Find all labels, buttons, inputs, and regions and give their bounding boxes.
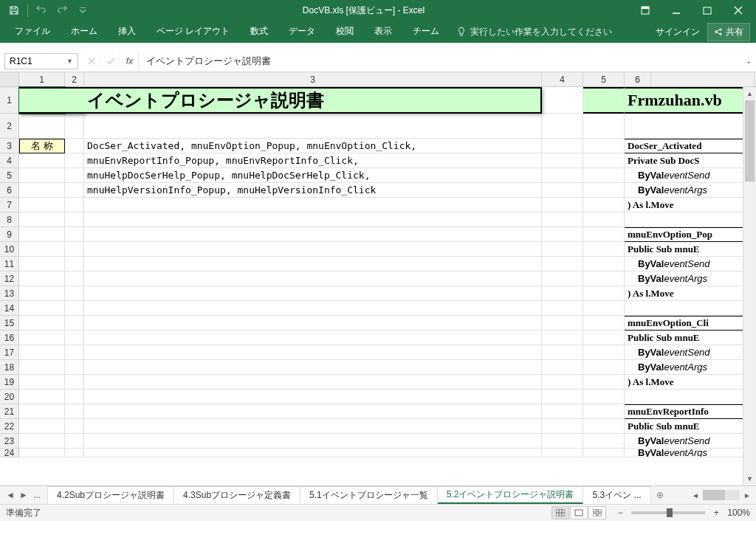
- cell[interactable]: [583, 87, 625, 114]
- row-header[interactable]: 2: [0, 114, 19, 139]
- cell-code[interactable]: ByVal eventSend: [625, 168, 755, 183]
- cell[interactable]: [19, 114, 65, 139]
- cell[interactable]: [19, 242, 65, 257]
- cell-code[interactable]: Public Sub mnuE: [625, 419, 755, 434]
- cell[interactable]: [19, 301, 65, 316]
- tab-team[interactable]: チーム: [404, 21, 448, 44]
- cell[interactable]: [19, 360, 65, 375]
- cell[interactable]: [542, 331, 583, 345]
- cell[interactable]: [542, 153, 583, 168]
- cell-code[interactable]: ByVal eventArgs: [625, 272, 755, 286]
- cell[interactable]: [542, 139, 583, 153]
- tab-nav-next-button[interactable]: ►: [18, 490, 30, 500]
- cell[interactable]: [542, 114, 583, 139]
- cell[interactable]: [583, 301, 625, 316]
- cell[interactable]: [84, 434, 542, 449]
- page-break-view-button[interactable]: [588, 506, 606, 519]
- cell[interactable]: [84, 114, 542, 139]
- page-layout-view-button[interactable]: [570, 506, 588, 519]
- sheet-tab[interactable]: 4.3Subプロシージャ定義書: [174, 486, 300, 504]
- row-header[interactable]: 15: [0, 316, 19, 331]
- cell-code[interactable]: mnuEnvReportInfo: [625, 404, 755, 419]
- cell[interactable]: [19, 286, 65, 301]
- row-header[interactable]: 24: [0, 449, 19, 457]
- expand-formula-bar-button[interactable]: ⌄: [741, 57, 756, 65]
- cell[interactable]: [84, 404, 542, 419]
- cell[interactable]: [65, 139, 84, 153]
- cell-code[interactable]: DocSer_Activated: [625, 139, 755, 153]
- cell[interactable]: [542, 87, 583, 114]
- cell[interactable]: [583, 242, 625, 257]
- scrollbar-thumb[interactable]: [703, 490, 725, 500]
- close-button[interactable]: [724, 1, 753, 20]
- cell[interactable]: [19, 272, 65, 286]
- cell[interactable]: [84, 257, 542, 272]
- cell[interactable]: [583, 449, 625, 457]
- cell[interactable]: [19, 375, 65, 390]
- cell[interactable]: [583, 434, 625, 449]
- row-header[interactable]: 1: [0, 87, 19, 114]
- row-header[interactable]: 6: [0, 183, 19, 198]
- cell[interactable]: [19, 434, 65, 449]
- cell[interactable]: [19, 168, 65, 183]
- cell[interactable]: [19, 390, 65, 404]
- vertical-scrollbar[interactable]: ▲ ▼: [743, 87, 756, 485]
- cell[interactable]: [65, 449, 84, 457]
- cell-module-name[interactable]: Frmzuhan.vb: [625, 87, 755, 114]
- cell[interactable]: [84, 272, 542, 286]
- cell[interactable]: [583, 139, 625, 153]
- row-header[interactable]: 9: [0, 227, 19, 242]
- cell[interactable]: [19, 345, 65, 360]
- select-all-corner[interactable]: [0, 72, 19, 86]
- cell-document-title[interactable]: イベントプロシージャ説明書: [19, 87, 542, 114]
- tab-insert[interactable]: 挿入: [109, 21, 145, 44]
- tab-nav-more-button[interactable]: ...: [31, 490, 43, 500]
- row-header[interactable]: 14: [0, 301, 19, 316]
- cell[interactable]: [542, 449, 583, 457]
- zoom-slider[interactable]: [631, 511, 705, 514]
- cell[interactable]: [19, 331, 65, 345]
- ribbon-display-options-button[interactable]: [630, 1, 660, 20]
- row-header[interactable]: 4: [0, 153, 19, 168]
- cell[interactable]: [542, 183, 583, 198]
- cell-code[interactable]: ) As l.Move: [625, 286, 755, 301]
- cell[interactable]: [583, 183, 625, 198]
- column-header[interactable]: 3: [84, 72, 542, 86]
- cell[interactable]: [542, 301, 583, 316]
- cell[interactable]: [583, 286, 625, 301]
- cell[interactable]: [84, 316, 542, 331]
- zoom-slider-thumb[interactable]: [667, 508, 673, 517]
- cell[interactable]: [583, 390, 625, 404]
- cell[interactable]: [65, 153, 84, 168]
- cell[interactable]: [583, 360, 625, 375]
- cell[interactable]: [583, 212, 625, 227]
- row-header[interactable]: 5: [0, 168, 19, 183]
- cell-code[interactable]: ByVal eventArgs: [625, 449, 755, 457]
- cell[interactable]: [19, 153, 65, 168]
- cell-code[interactable]: Public Sub mnuE: [625, 331, 755, 345]
- scroll-up-button[interactable]: ▲: [743, 87, 756, 100]
- cell[interactable]: [542, 345, 583, 360]
- row-header[interactable]: 12: [0, 272, 19, 286]
- cell[interactable]: [19, 257, 65, 272]
- row-header[interactable]: 23: [0, 434, 19, 449]
- scroll-right-button[interactable]: ►: [741, 491, 753, 499]
- tab-data[interactable]: データ: [280, 21, 324, 44]
- cell[interactable]: [583, 257, 625, 272]
- add-sheet-button[interactable]: ⊕: [651, 486, 669, 504]
- zoom-out-button[interactable]: −: [615, 508, 625, 518]
- tab-file[interactable]: ファイル: [6, 21, 59, 44]
- cell[interactable]: [84, 375, 542, 390]
- cell[interactable]: [65, 198, 84, 212]
- cell[interactable]: [84, 242, 542, 257]
- cell-procedure-names[interactable]: DocSer_Activated, mnuEnvOption_Popup, mn…: [84, 139, 542, 153]
- cell[interactable]: [84, 212, 542, 227]
- insert-function-button[interactable]: fx: [121, 53, 139, 69]
- column-header[interactable]: 1: [19, 72, 65, 86]
- cell[interactable]: [65, 404, 84, 419]
- cell[interactable]: [84, 286, 542, 301]
- cell[interactable]: [65, 301, 84, 316]
- cell-code[interactable]: mnuEnvOption_Pop: [625, 227, 755, 242]
- cell[interactable]: [583, 114, 625, 139]
- minimize-button[interactable]: [662, 1, 691, 20]
